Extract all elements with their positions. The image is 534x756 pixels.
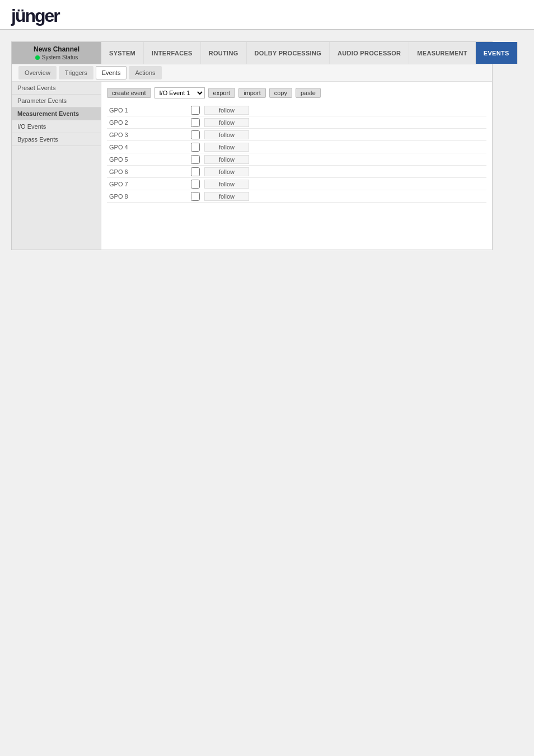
sub-nav: Overview Triggers Events Actions [12, 64, 492, 82]
subnav-events[interactable]: Events [96, 66, 127, 79]
event-type-sidebar: Preset Events Parameter Events Measureme… [12, 82, 101, 250]
header: jünger [0, 0, 534, 30]
gpo8-value: follow [204, 192, 249, 201]
gpo-label: GPO 2 [107, 119, 191, 126]
system-status-label: System Status [42, 54, 78, 60]
table-row: GPO 5 follow [107, 153, 486, 166]
nav-tabs: SYSTEM INTERFACES ROUTING DOLBY PROCESSI… [101, 42, 518, 64]
channel-info: News Channel System Status [12, 42, 101, 64]
tab-dolby[interactable]: DOLBY PROCESSING [247, 42, 330, 64]
export-button[interactable]: export [208, 88, 236, 98]
subnav-overview[interactable]: Overview [18, 66, 57, 79]
channel-card: News Channel System Status SYSTEM INTERF… [11, 41, 493, 250]
tab-audio[interactable]: AUDIO PROCESSOR [330, 42, 409, 64]
subnav-triggers[interactable]: Triggers [59, 66, 93, 79]
tab-events[interactable]: EVENTS [476, 42, 518, 64]
sidebar-measurement-events[interactable]: Measurement Events [12, 107, 101, 120]
io-event-dropdown[interactable]: I/O Event 1 I/O Event 2 I/O Event 3 [154, 87, 205, 98]
gpo-label: GPO 8 [107, 193, 191, 200]
gpo1-checkbox[interactable] [191, 106, 200, 115]
sidebar-io-events[interactable]: I/O Events [12, 120, 101, 133]
gpo-list: GPO 1 follow GPO 2 follow GPO 3 follow [107, 104, 486, 203]
table-row: GPO 4 follow [107, 141, 486, 153]
import-button[interactable]: import [238, 88, 266, 98]
sidebar-bypass-events[interactable]: Bypass Events [12, 133, 101, 146]
table-row: GPO 8 follow [107, 190, 486, 203]
tab-routing[interactable]: ROUTING [201, 42, 247, 64]
gpo2-value: follow [204, 118, 249, 127]
gpo-label: GPO 5 [107, 156, 191, 163]
gpo7-value: follow [204, 180, 249, 189]
table-row: GPO 7 follow [107, 178, 486, 190]
gpo1-value: follow [204, 106, 249, 115]
table-row: GPO 3 follow [107, 129, 486, 141]
gpo8-checkbox[interactable] [191, 192, 200, 201]
logo: jünger [11, 7, 523, 25]
tab-measurement[interactable]: MEASUREMENT [409, 42, 475, 64]
status-dot-green [35, 55, 40, 60]
main-panel: create event I/O Event 1 I/O Event 2 I/O… [101, 82, 492, 250]
gpo-label: GPO 3 [107, 132, 191, 138]
gpo5-value: follow [204, 155, 249, 164]
copy-button[interactable]: copy [269, 88, 292, 98]
gpo-label: GPO 7 [107, 181, 191, 187]
content-area: Preset Events Parameter Events Measureme… [12, 82, 492, 250]
top-nav: News Channel System Status SYSTEM INTERF… [12, 42, 492, 64]
gpo2-checkbox[interactable] [191, 118, 200, 127]
gpo3-checkbox[interactable] [191, 130, 200, 139]
gpo-label: GPO 4 [107, 144, 191, 151]
main-content: News Channel System Status SYSTEM INTERF… [0, 30, 534, 261]
table-row: GPO 1 follow [107, 104, 486, 116]
table-row: GPO 6 follow [107, 166, 486, 178]
gpo6-checkbox[interactable] [191, 167, 200, 176]
tab-interfaces[interactable]: INTERFACES [144, 42, 201, 64]
gpo5-checkbox[interactable] [191, 155, 200, 164]
controls-row: create event I/O Event 1 I/O Event 2 I/O… [107, 87, 486, 98]
table-row: GPO 2 follow [107, 116, 486, 129]
gpo3-value: follow [204, 130, 249, 139]
create-event-button[interactable]: create event [107, 88, 151, 98]
gpo-label: GPO 6 [107, 168, 191, 175]
gpo-label: GPO 1 [107, 107, 191, 114]
channel-name: News Channel [34, 45, 79, 53]
gpo6-value: follow [204, 167, 249, 176]
gpo4-checkbox[interactable] [191, 143, 200, 152]
system-status: System Status [35, 54, 78, 60]
subnav-actions[interactable]: Actions [129, 66, 161, 79]
gpo4-value: follow [204, 143, 249, 152]
tab-system[interactable]: SYSTEM [101, 42, 144, 64]
paste-button[interactable]: paste [296, 88, 321, 98]
sidebar-preset-events[interactable]: Preset Events [12, 82, 101, 95]
gpo7-checkbox[interactable] [191, 180, 200, 189]
sidebar-parameter-events[interactable]: Parameter Events [12, 95, 101, 107]
